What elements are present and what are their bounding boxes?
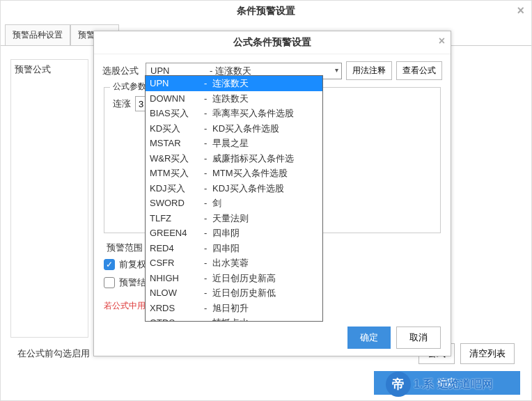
dropdown-item-name: KDJ买入条件选股 (212, 182, 318, 196)
close-icon[interactable]: × (439, 35, 445, 47)
dropdown-item[interactable]: KD买入-KD买入条件选股 (146, 121, 322, 136)
dropdown-item-name: 剑 (212, 196, 318, 210)
dropdown-item-code: RED4 (150, 242, 204, 255)
dropdown-item-dash: - (204, 107, 212, 120)
dropdown-item-name: 乖离率买入条件选股 (212, 107, 318, 120)
dropdown-item-code: MSTAR (150, 136, 204, 150)
dropdown-item-code: SWORD (150, 196, 204, 210)
dropdown-item[interactable]: W&R买入-威廉指标买入条件选 (146, 151, 322, 166)
dropdown-item-code: NLOW (150, 286, 204, 300)
dropdown-item-name: 旭日初升 (212, 301, 318, 315)
dropdown-item-dash: - (204, 166, 212, 180)
dropdown-item[interactable]: MSTAR-早晨之星 (146, 136, 322, 151)
dropdown-item-name: 连跌数天 (212, 92, 318, 106)
dropdown-item-dash: - (204, 136, 212, 150)
dropdown-item[interactable]: GREEN4-四串阴 (146, 226, 322, 241)
select-code: UPN (150, 65, 210, 76)
outer-confirm-label: 确定 (437, 377, 457, 389)
dropdown-item[interactable]: CSFR-出水芙蓉 (146, 255, 322, 271)
param-label: 连涨 (113, 97, 131, 110)
fq-checkbox[interactable]: ✓ (104, 259, 115, 270)
select-dash: - (210, 65, 212, 76)
dropdown-item[interactable]: NLOW-近日创历史新低 (146, 285, 322, 301)
dropdown-item-dash: - (204, 77, 212, 91)
dropdown-item-dash: - (204, 152, 212, 166)
cancel-button[interactable]: 取消 (396, 327, 441, 349)
dropdown-item-code: DOWNN (150, 92, 204, 106)
dropdown-item-name: KD买入条件选股 (212, 122, 318, 136)
dropdown-item-dash: - (204, 316, 212, 322)
dropdown-item[interactable]: MTM买入-MTM买入条件选股 (146, 166, 322, 181)
dropdown-item[interactable]: DOWNN-连跌数天 (146, 91, 322, 107)
inner-button-row: 确定 取消 (347, 327, 441, 349)
dropdown-item-code: UPN (150, 77, 204, 91)
dropdown-item[interactable]: QTDS-蜻蜓点水 (146, 315, 322, 322)
dropdown-item-code: QTDS (150, 316, 204, 322)
inner-title-text: 公式条件预警设置 (233, 36, 311, 47)
left-column-label: 预警公式 (15, 63, 51, 76)
dropdown-item-dash: - (204, 182, 212, 196)
tab-species[interactable]: 预警品种设置 (5, 24, 70, 45)
dropdown-item-dash: - (204, 242, 212, 255)
chevron-down-icon: ▾ (335, 66, 338, 74)
dropdown-item-name: 近日创历史新低 (212, 286, 318, 300)
dropdown-item-name: 近日创历史新高 (212, 272, 318, 285)
dropdown-item[interactable]: BIAS买入-乖离率买入条件选股 (146, 106, 322, 121)
usage-note-button[interactable]: 用法注释 (346, 61, 392, 80)
view-formula-button[interactable]: 查看公式 (396, 61, 442, 80)
dropdown-item[interactable]: XRDS-旭日初升 (146, 301, 322, 316)
dropdown-item-name: MTM买入条件选股 (212, 166, 318, 180)
outer-confirm-button[interactable]: 确定 (374, 371, 520, 395)
enable-before-label: 在公式前勾选启用 (17, 347, 90, 360)
dropdown-item-dash: - (204, 301, 212, 315)
dropdown-item-name: 威廉指标买入条件选 (212, 152, 318, 166)
dropdown-item-name: 出水芙蓉 (212, 256, 318, 270)
dropdown-item-name: 连涨数天 (212, 77, 318, 91)
dropdown-item-name: 四串阴 (212, 226, 318, 240)
result-checkbox-label: 预警结 (119, 276, 146, 289)
dropdown-item-code: KDJ买入 (150, 182, 204, 196)
dropdown-item-code: XRDS (150, 301, 204, 315)
dropdown-item-name: 早晨之星 (212, 136, 318, 150)
dropdown-item-dash: - (204, 226, 212, 240)
clear-list-button[interactable]: 清空列表 (460, 343, 515, 364)
formula-dropdown-list[interactable]: UPN-连涨数天DOWNN-连跌数天BIAS买入-乖离率买入条件选股KD买入-K… (145, 75, 323, 322)
dropdown-item-dash: - (204, 286, 212, 300)
dropdown-item[interactable]: TLFZ-天量法则 (146, 211, 322, 226)
params-legend: 公式参数 (110, 81, 149, 93)
dropdown-item-code: KD买入 (150, 122, 204, 136)
dropdown-item-name: 天量法则 (212, 212, 318, 226)
dropdown-item-dash: - (204, 122, 212, 136)
dropdown-item[interactable]: NHIGH-近日创历史新高 (146, 271, 322, 286)
outer-title: 条件预警设置 × (1, 1, 531, 22)
fq-checkbox-label: 前复权 (119, 258, 146, 271)
dropdown-item-dash: - (204, 256, 212, 270)
select-formula-label: 选股公式 (102, 65, 141, 77)
dropdown-item-dash: - (204, 92, 212, 106)
dropdown-item-name: 蜻蜓点水 (212, 316, 318, 322)
dropdown-item[interactable]: RED4-四串阳 (146, 241, 322, 256)
inner-title: 公式条件预警设置 × (94, 31, 451, 54)
dropdown-item[interactable]: KDJ买入-KDJ买入条件选股 (146, 181, 322, 196)
dropdown-item-dash: - (204, 212, 212, 226)
dropdown-item-code: BIAS买入 (150, 107, 204, 120)
dropdown-item-code: NHIGH (150, 272, 204, 285)
dropdown-item-dash: - (204, 272, 212, 285)
close-icon[interactable]: × (517, 3, 524, 18)
dropdown-item-code: CSFR (150, 256, 204, 270)
left-panel (10, 59, 88, 338)
dropdown-item-name: 四串阳 (212, 242, 318, 255)
dropdown-item-code: MTM买入 (150, 166, 204, 180)
dropdown-item-code: W&R买入 (150, 152, 204, 166)
result-checkbox[interactable] (104, 277, 115, 288)
dropdown-item-dash: - (204, 196, 212, 210)
dropdown-item[interactable]: UPN-连涨数天 (146, 76, 322, 91)
outer-title-text: 条件预警设置 (237, 5, 295, 16)
ok-button[interactable]: 确定 (347, 327, 391, 349)
dropdown-item[interactable]: SWORD-剑 (146, 196, 322, 211)
dropdown-item-code: TLFZ (150, 212, 204, 226)
dropdown-item-code: GREEN4 (150, 226, 204, 240)
